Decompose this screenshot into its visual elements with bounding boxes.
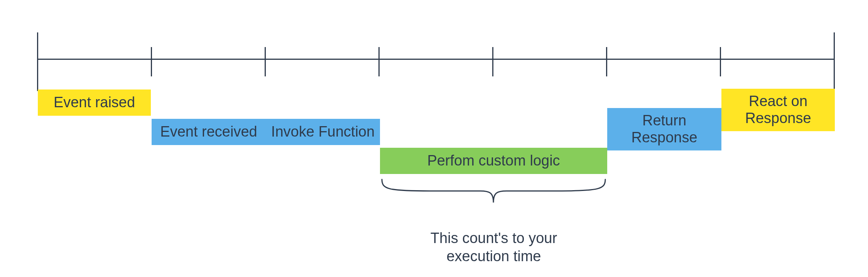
bar-perform-custom-logic: Perfom custom logic	[380, 148, 607, 174]
timeline-tick-7	[834, 32, 835, 91]
bar-label: Return Response	[631, 112, 697, 146]
timeline-tick-4	[492, 47, 493, 76]
bar-label: Invoke Function	[271, 123, 375, 140]
bar-label: Perfom custom logic	[427, 152, 560, 169]
timeline-tick-3	[378, 47, 380, 76]
annotation-text: This count's to your execution time	[431, 230, 557, 265]
bar-return-response: Return Response	[607, 108, 721, 150]
timeline-tick-6	[720, 47, 721, 76]
bar-label: Event received	[160, 123, 257, 140]
bar-react-on-response: React on Response	[721, 89, 835, 131]
timeline-tick-2	[265, 47, 266, 76]
timeline-tick-1	[151, 47, 152, 76]
timeline-axis	[37, 59, 834, 60]
bar-invoke-function: Invoke Function	[266, 119, 380, 145]
curly-brace-icon	[380, 177, 607, 204]
annotation-execution-time: This count's to your execution time	[417, 211, 571, 266]
timeline-tick-5	[606, 47, 607, 76]
bar-label: React on Response	[745, 93, 811, 127]
timeline-tick-0	[37, 32, 38, 91]
bar-label: Event raised	[54, 94, 135, 111]
diagram-canvas: { "timeline": { "x_start": 96, "x_end": …	[0, 0, 868, 277]
bar-event-received: Event received	[152, 119, 266, 145]
bar-event-raised: Event raised	[38, 90, 151, 116]
